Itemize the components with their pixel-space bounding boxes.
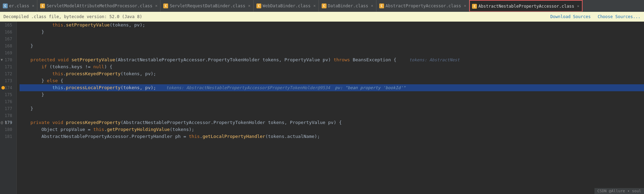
tab-close-binder[interactable]: ✕ <box>32 3 35 8</box>
tab-label-servlet-request: ServletRequestDataBinder.class <box>170 3 245 8</box>
tab-web-data[interactable]: C WebDataBinder.class ✕ <box>254 0 319 12</box>
tab-label-servlet-model: ServletModelAttributeMethodProcessor.cla… <box>46 3 152 8</box>
code-line-172: this . processKeyedProperty (tokens, pv)… <box>20 70 644 77</box>
code-area: 165 166 167 168 169 ▼ 170 171 172 173 17… <box>0 22 644 194</box>
code-line-177: } <box>20 105 644 112</box>
gutter-line-176: 176 <box>0 98 14 105</box>
download-sources-link[interactable]: Download Sources <box>551 14 591 19</box>
tab-servlet-model[interactable]: C ServletModelAttributeMethodProcessor.c… <box>37 0 160 12</box>
gutter-line-179: @ ▼ 179 <box>0 119 14 126</box>
tab-binder-class[interactable]: C er.class ✕ <box>0 0 37 12</box>
tab-bar: C er.class ✕ C ServletModelAttributeMeth… <box>0 0 644 12</box>
choose-sources-link[interactable]: Choose Sources... <box>598 14 641 19</box>
status-bar: CSDN @Allure • soul <box>594 188 644 194</box>
tab-data-binder[interactable]: C DataBinder.class ✕ <box>319 0 376 12</box>
tab-label-abstract-nestable: AbstractNestablePropertyAccessor.class <box>478 4 574 9</box>
tab-close-servlet-request[interactable]: ✕ <box>248 3 250 8</box>
tab-close-data-binder[interactable]: ✕ <box>371 3 373 8</box>
gutter-line-181: 181 <box>0 133 14 140</box>
tab-icon-web-data: C <box>256 3 261 8</box>
tab-abstract-property[interactable]: C AbstractPropertyAccessor.class ✕ <box>376 0 469 12</box>
tab-icon-servlet-model: C <box>40 3 45 8</box>
code-line-175: } <box>20 91 644 98</box>
code-line-165: this.setPropertyValue(tokens, pv); <box>20 22 644 29</box>
gutter-line-169: 169 <box>0 49 14 56</box>
code-line-176 <box>20 98 644 105</box>
tab-icon-binder: C <box>3 3 8 8</box>
gutter-line-170: ▼ 170 <box>0 56 14 63</box>
code-line-180: Object propValue = this . getPropertyHol… <box>20 126 644 133</box>
gutter-line-175: 175 <box>0 91 14 98</box>
code-line-169 <box>20 49 644 56</box>
gutter-line-173: 173 <box>0 77 14 84</box>
gutter-line-166: 166 <box>0 29 14 36</box>
code-line-179: private void processKeyedProperty ( Abst… <box>20 119 644 126</box>
status-text: CSDN @Allure • soul <box>597 189 641 193</box>
info-bar-actions: Download Sources Choose Sources... <box>551 14 641 19</box>
tab-close-web-data[interactable]: ✕ <box>313 3 316 8</box>
info-bar: Decompiled .class file, bytecode version… <box>0 12 644 22</box>
code-content[interactable]: this.setPropertyValue(tokens, pv); } } p… <box>17 22 644 194</box>
decompiled-info: Decompiled .class file, bytecode version… <box>3 14 142 19</box>
line-numbers-gutter: 165 166 167 168 169 ▼ 170 171 172 173 17… <box>0 22 17 194</box>
gutter-line-174: 174 <box>0 84 14 91</box>
gutter-line-172: 172 <box>0 70 14 77</box>
tab-icon-servlet-request: C <box>163 3 168 8</box>
tab-icon-data-binder: C <box>322 3 327 8</box>
code-line-181: AbstractNestablePropertyAccessor . Prope… <box>20 133 644 140</box>
code-line-167 <box>20 36 644 42</box>
gutter-line-167: 167 <box>0 36 14 42</box>
tab-close-servlet-model[interactable]: ✕ <box>155 3 158 8</box>
tab-label-web-data: WebDataBinder.class <box>263 3 310 8</box>
tab-label-abstract-property: AbstractPropertyAccessor.class <box>385 3 461 8</box>
code-line-168: } <box>20 42 644 49</box>
gutter-line-168: 168 <box>0 42 14 49</box>
tab-label-data-binder: DataBinder.class <box>328 3 368 8</box>
tab-label-binder: er.class <box>9 3 29 8</box>
tab-icon-abstract-property: C <box>379 3 384 8</box>
tab-servlet-request[interactable]: C ServletRequestDataBinder.class ✕ <box>160 0 253 12</box>
code-line-173: } else { <box>20 77 644 84</box>
tab-close-abstract-nestable[interactable]: ✕ <box>577 4 579 8</box>
gutter-line-180: 180 <box>0 126 14 133</box>
gutter-line-177: 177 <box>0 105 14 112</box>
code-line-174: this . processLocalProperty (tokens, pv)… <box>20 84 644 91</box>
gutter-line-165: 165 <box>0 22 14 29</box>
tab-close-abstract-property[interactable]: ✕ <box>464 3 466 8</box>
code-line-166: } <box>20 29 644 36</box>
code-line-171: if (tokens.keys != null ) { <box>20 63 644 70</box>
gutter-line-171: 171 <box>0 63 14 70</box>
gutter-line-178: 178 <box>0 112 14 119</box>
tab-abstract-nestable[interactable]: C AbstractNestablePropertyAccessor.class… <box>469 0 582 12</box>
code-line-178 <box>20 112 644 119</box>
code-line-170: protected void setPropertyValue ( Abstra… <box>20 56 644 63</box>
tab-icon-abstract-nestable: C <box>472 4 477 9</box>
